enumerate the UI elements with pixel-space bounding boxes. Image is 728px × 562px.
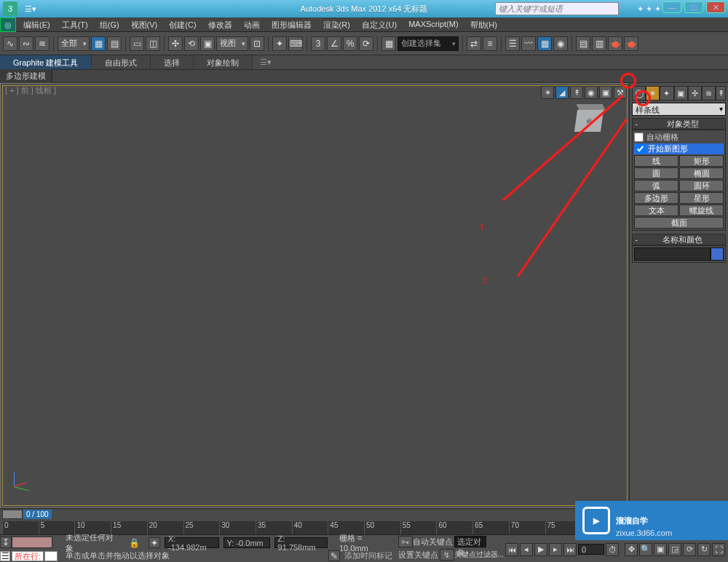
time-slider-handle[interactable] (2, 510, 23, 519)
key-filter-button[interactable]: 关键点过滤器... (454, 550, 504, 560)
tab-graphite[interactable]: Graphite 建模工具 (0, 55, 92, 69)
btn-rect[interactable]: 矩形 (679, 155, 724, 167)
coord-x[interactable]: X: -134.982m (165, 537, 219, 548)
btn-section[interactable]: 截面 (634, 217, 724, 229)
lock-icon[interactable]: 🔒 (129, 538, 140, 548)
nav-pan-icon[interactable]: ✥ (625, 543, 638, 556)
nav-maxview-icon[interactable]: ⛶ (712, 543, 725, 556)
btn-line[interactable]: 线 (634, 155, 678, 167)
menu-modifiers[interactable]: 修改器 (202, 17, 238, 31)
pivot-icon[interactable]: ⊡ (250, 36, 264, 51)
utilities-panel-icon[interactable]: ⚒ (614, 86, 627, 99)
goto-end-icon[interactable]: ⏭ (563, 543, 577, 556)
menu-graph[interactable]: 图形编辑器 (266, 17, 317, 31)
nav-orbit-icon[interactable]: ⟳ (683, 543, 696, 556)
menu-animation[interactable]: 动画 (238, 17, 266, 31)
next-frame-icon[interactable]: ▸ (549, 543, 562, 556)
cat-scroll-icon[interactable]: ↟ (716, 86, 726, 100)
btn-arc[interactable]: 弧 (634, 180, 678, 191)
percent-snap-icon[interactable]: % (343, 36, 357, 51)
app-logo-icon[interactable]: 3 (3, 1, 17, 16)
current-frame[interactable]: 0 (578, 544, 604, 555)
angle-snap-icon[interactable]: ∠ (327, 36, 341, 51)
menu-help[interactable]: 帮助(H) (464, 17, 503, 31)
prev-frame-icon[interactable]: ◂ (520, 543, 533, 556)
add-time-marker[interactable]: 添加时间标记 (344, 550, 392, 561)
time-tag-icon[interactable]: ✎ (328, 550, 340, 561)
object-color-swatch[interactable] (711, 248, 724, 261)
rollout-objtype-head[interactable]: -对象类型 (632, 118, 726, 130)
link-icon[interactable]: ∿ (3, 36, 17, 51)
application-menu-button[interactable]: ◎ (0, 17, 16, 32)
rollout-namecolor-head[interactable]: -名称和颜色 (632, 234, 726, 245)
goto-start-icon[interactable]: ⏮ (505, 543, 518, 556)
schematic-icon[interactable]: ▦ (537, 36, 552, 51)
curve-editor-icon[interactable]: 〰 (521, 36, 536, 51)
maximize-button[interactable]: □ (684, 1, 703, 13)
startnew-checkbox[interactable]: 开始新图形 (634, 143, 724, 154)
btn-ngon[interactable]: 多边形 (634, 192, 678, 204)
menu-group[interactable]: 组(G) (94, 17, 125, 31)
rect-select-icon[interactable]: ▭ (130, 36, 144, 51)
tab-objpaint[interactable]: 对象绘制 (194, 55, 253, 69)
layer-icon[interactable]: ☰ (505, 36, 520, 51)
menu-edit[interactable]: 编辑(E) (17, 17, 56, 31)
cat-geometry-icon[interactable]: ◯ (632, 86, 646, 100)
material-editor-icon[interactable]: ◉ (553, 36, 568, 51)
cat-cameras-icon[interactable]: ▣ (674, 86, 688, 100)
nav-zoomext-icon[interactable]: ▣ (654, 543, 667, 556)
bind-icon[interactable]: ≋ (35, 36, 50, 51)
menu-view[interactable]: 视图(V) (125, 17, 164, 31)
motion-panel-icon[interactable]: ◉ (585, 86, 598, 99)
align-icon[interactable]: ≡ (483, 36, 497, 51)
quick-render-icon[interactable]: 🫖 (624, 36, 638, 51)
keymode-toggle-icon[interactable]: 🗝 (398, 536, 413, 547)
render-frame-icon[interactable]: ▥ (592, 36, 606, 51)
viewcube[interactable]: 前 (571, 103, 607, 139)
select-name-icon[interactable]: ▤ (107, 36, 122, 51)
window-cross-icon[interactable]: ◫ (146, 36, 160, 51)
minimize-button[interactable]: — (662, 1, 681, 13)
cat-helpers-icon[interactable]: ✢ (688, 86, 702, 100)
tab-freeform[interactable]: 自由形式 (92, 55, 151, 69)
abs-rel-icon[interactable]: ✦ (149, 537, 160, 548)
trackbar-block[interactable] (12, 537, 52, 548)
scale-icon[interactable]: ▣ (200, 36, 215, 51)
qat-icon[interactable]: ☰▾ (25, 4, 36, 14)
named-selset[interactable]: 创建选择集 (397, 36, 459, 51)
coord-y[interactable]: Y: -0.0mm (223, 537, 270, 548)
menu-render[interactable]: 渲染(R) (317, 17, 356, 31)
close-button[interactable]: ✕ (706, 1, 725, 13)
move-icon[interactable]: ✣ (168, 36, 183, 51)
unlink-icon[interactable]: ∾ (19, 36, 33, 51)
hierarchy-panel-icon[interactable]: ↟ (570, 86, 583, 99)
viewport-label[interactable]: [ + ] 前 ] 线框 ] (5, 85, 56, 96)
btn-text[interactable]: 文本 (634, 205, 678, 216)
editor-icon[interactable]: ▦ (381, 36, 396, 51)
search-box[interactable] (495, 2, 619, 15)
script-icon[interactable]: ☰ (0, 551, 10, 561)
render-icon[interactable]: 🫖 (608, 36, 622, 51)
setkey-button[interactable]: 设置关键点 (398, 550, 438, 561)
ref-coord-dropdown[interactable]: 视图 (216, 36, 248, 51)
btn-donut[interactable]: 圆环 (679, 180, 724, 191)
btn-ellipse[interactable]: 椭圆 (679, 167, 724, 179)
object-name-input[interactable] (634, 248, 711, 261)
manip-icon[interactable]: ✦ (272, 36, 287, 51)
ribbon-toggle-icon[interactable]: ☰▾ (260, 55, 272, 69)
trackbar-toggle-icon[interactable]: ↧ (0, 537, 12, 548)
btn-star[interactable]: 星形 (679, 192, 724, 204)
nav-rotate-icon[interactable]: ↻ (697, 543, 711, 556)
cat-space-icon[interactable]: ≋ (702, 86, 716, 100)
autogrid-checkbox[interactable]: 自动栅格 (634, 132, 724, 143)
rotate-icon[interactable]: ⟲ (184, 36, 199, 51)
mirror-icon[interactable]: ⇄ (467, 36, 481, 51)
sub-polymodel[interactable]: 多边形建模 (0, 69, 52, 83)
create-panel-icon[interactable]: ✶ (541, 86, 554, 99)
tab-select[interactable]: 选择 (151, 55, 194, 69)
search-input[interactable] (496, 3, 618, 15)
menu-create[interactable]: 创建(C) (163, 17, 202, 31)
menu-customize[interactable]: 自定义(U) (356, 17, 403, 31)
nav-fov-icon[interactable]: ◲ (668, 543, 681, 556)
shapes-subcat-dropdown[interactable]: 样条线 (632, 103, 726, 116)
